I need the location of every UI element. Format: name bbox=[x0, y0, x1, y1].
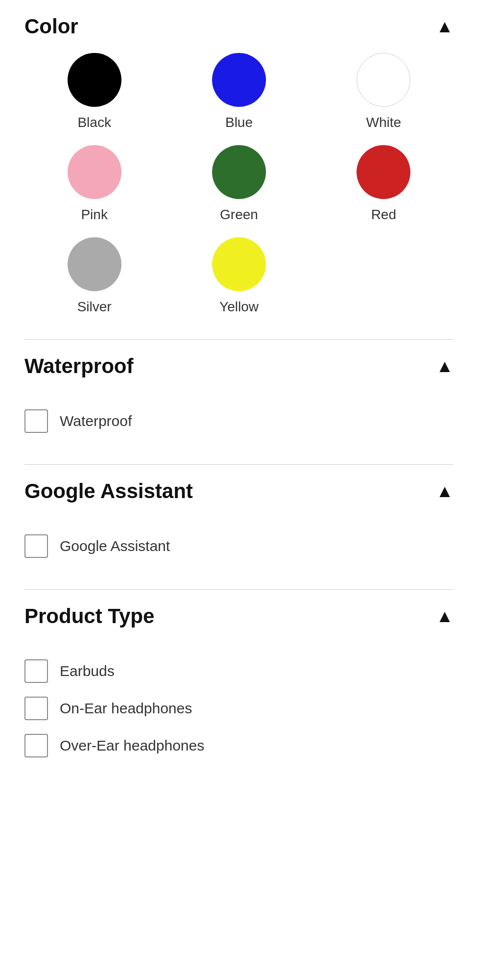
color-section-header: Color ▲ bbox=[24, 15, 454, 38]
color-label-white: White bbox=[366, 115, 402, 130]
checkbox-item-0[interactable]: Waterproof bbox=[24, 402, 454, 440]
color-swatch-blue bbox=[212, 53, 266, 107]
color-swatch-pink bbox=[68, 145, 121, 199]
google-assistant-checkbox-list: Google Assistant bbox=[24, 518, 454, 575]
color-swatch-silver bbox=[68, 237, 121, 291]
checkbox-box-0[interactable] bbox=[24, 409, 48, 433]
checkbox-box-0[interactable] bbox=[24, 659, 48, 683]
checkbox-label-0: Earbuds bbox=[60, 663, 115, 679]
product-type-checkbox-list: EarbudsOn-Ear headphonesOver-Ear headpho… bbox=[24, 643, 454, 774]
color-item-green[interactable]: Green bbox=[169, 145, 309, 223]
product-type-section-header: Product Type ▲ bbox=[24, 604, 454, 628]
color-label-pink: Pink bbox=[81, 207, 107, 223]
checkbox-item-1[interactable]: On-Ear headphones bbox=[24, 690, 454, 727]
color-swatch-red bbox=[357, 145, 410, 199]
product-type-section-chevron[interactable]: ▲ bbox=[436, 606, 454, 627]
color-swatch-yellow bbox=[212, 237, 266, 291]
google-assistant-section-chevron[interactable]: ▲ bbox=[436, 481, 454, 502]
color-item-white[interactable]: White bbox=[314, 53, 454, 130]
checkbox-label-2: Over-Ear headphones bbox=[60, 737, 204, 754]
checkbox-item-2[interactable]: Over-Ear headphones bbox=[24, 727, 454, 764]
google-assistant-section-title: Google Assistant bbox=[24, 479, 193, 503]
google-assistant-section-header: Google Assistant ▲ bbox=[24, 479, 454, 503]
color-filter-section: Color ▲ BlackBlueWhitePinkGreenRedSilver… bbox=[0, 0, 478, 339]
color-item-pink[interactable]: Pink bbox=[24, 145, 164, 223]
color-item-silver[interactable]: Silver bbox=[24, 237, 164, 315]
color-swatch-white bbox=[357, 53, 410, 107]
color-item-yellow[interactable]: Yellow bbox=[169, 237, 309, 315]
waterproof-checkbox-list: Waterproof bbox=[24, 393, 454, 450]
checkbox-label-0: Waterproof bbox=[60, 413, 132, 429]
color-label-red: Red bbox=[371, 207, 396, 223]
product-type-filter-section: Product Type ▲ EarbudsOn-Ear headphonesO… bbox=[0, 590, 478, 789]
checkbox-item-0[interactable]: Earbuds bbox=[24, 653, 454, 690]
color-section-title: Color bbox=[24, 15, 78, 38]
checkbox-box-0[interactable] bbox=[24, 534, 48, 558]
color-section-chevron[interactable]: ▲ bbox=[436, 16, 454, 37]
color-grid: BlackBlueWhitePinkGreenRedSilverYellow bbox=[24, 53, 454, 315]
color-label-black: Black bbox=[77, 115, 111, 130]
checkbox-box-2[interactable] bbox=[24, 734, 48, 757]
color-label-green: Green bbox=[220, 207, 258, 223]
waterproof-section-header: Waterproof ▲ bbox=[24, 354, 454, 378]
color-label-yellow: Yellow bbox=[219, 299, 259, 315]
color-item-black[interactable]: Black bbox=[24, 53, 164, 130]
color-swatch-black bbox=[68, 53, 121, 107]
color-item-blue[interactable]: Blue bbox=[169, 53, 309, 130]
checkbox-item-0[interactable]: Google Assistant bbox=[24, 528, 454, 565]
color-label-silver: Silver bbox=[77, 299, 112, 315]
checkbox-box-1[interactable] bbox=[24, 697, 48, 720]
checkbox-label-1: On-Ear headphones bbox=[60, 700, 192, 717]
waterproof-section-title: Waterproof bbox=[24, 354, 133, 378]
waterproof-filter-section: Waterproof ▲ Waterproof bbox=[0, 340, 478, 464]
product-type-section-title: Product Type bbox=[24, 604, 154, 628]
waterproof-section-chevron[interactable]: ▲ bbox=[436, 356, 454, 377]
color-label-blue: Blue bbox=[225, 115, 253, 130]
checkbox-label-0: Google Assistant bbox=[60, 538, 170, 554]
color-swatch-green bbox=[212, 145, 266, 199]
color-item-red[interactable]: Red bbox=[314, 145, 454, 223]
google-assistant-filter-section: Google Assistant ▲ Google Assistant bbox=[0, 465, 478, 589]
